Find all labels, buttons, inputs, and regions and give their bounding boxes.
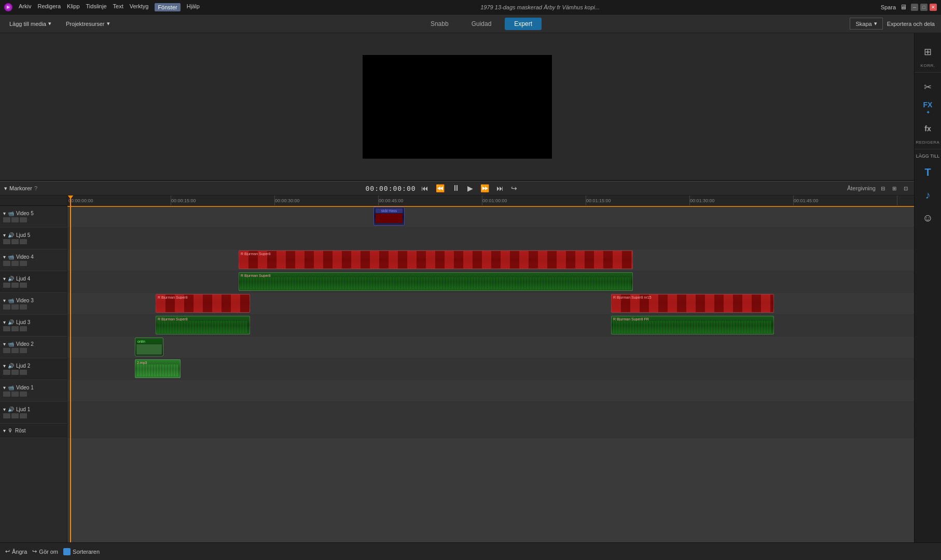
audio3-clip-1[interactable]: R Bjurman Super8 (156, 316, 250, 334)
video3-clip-1[interactable]: R Bjurman Super8 (156, 294, 250, 313)
audio2-clip[interactable]: 2.mp3 (135, 359, 181, 378)
sorteraren-button[interactable]: Sorteraren (63, 548, 100, 555)
video2-track[interactable]: onlin (67, 337, 914, 358)
audtrack3-ctrl1[interactable] (3, 326, 10, 331)
menu-verktyg[interactable]: Verktyg (130, 3, 149, 11)
audtrack4-ctrl3[interactable] (20, 283, 27, 288)
audio2-track[interactable]: 2.mp3 (67, 358, 914, 380)
video1-track[interactable] (67, 380, 914, 402)
video2-clip[interactable]: onlin (135, 338, 163, 356)
audio4-clip-1[interactable]: R Bjurman Super8 (239, 272, 633, 291)
track3-ctrl2[interactable] (11, 304, 19, 310)
audio3-clip-2[interactable]: R Bjurman Super8 FR (611, 316, 774, 334)
track2-ctrl3[interactable] (20, 348, 27, 353)
menu-hjalp[interactable]: Hjälp (187, 3, 200, 11)
edit-effects-button[interactable]: fx (918, 118, 938, 139)
audio3-track[interactable]: R Bjurman Super8 R Bjurman Super8 FR (67, 315, 914, 337)
audio1-track[interactable] (67, 402, 914, 424)
tab-expert[interactable]: Expert (505, 18, 542, 30)
tab-guidad[interactable]: Guidad (462, 18, 501, 30)
audtrack1-ctrl3[interactable] (20, 413, 27, 418)
audtrack1-ctrl2[interactable] (11, 413, 19, 418)
narrator-track[interactable] (67, 424, 914, 438)
audio4-track[interactable]: R Bjurman Super8 (67, 271, 914, 293)
fit-button[interactable]: ⊡ (902, 185, 910, 192)
close-button[interactable]: ✕ (930, 4, 937, 11)
audtrack5-ctrl3[interactable] (20, 239, 27, 244)
help-icon[interactable]: ? (34, 185, 37, 191)
step-forward-button[interactable]: ⏩ (478, 183, 491, 193)
menu-arkiv[interactable]: Arkiv (19, 3, 31, 11)
maximize-button[interactable]: □ (920, 4, 928, 11)
track4-ctrl2[interactable] (11, 261, 19, 266)
expand-icon-v4[interactable]: ▾ (3, 254, 6, 260)
track5-ctrl1[interactable] (3, 217, 10, 222)
track2-ctrl1[interactable] (3, 348, 10, 353)
video3-clip-2[interactable]: R Bjurman Super8 nr15 (611, 294, 774, 313)
expand-icon-a3[interactable]: ▾ (3, 319, 6, 325)
step-back-button[interactable]: ⏪ (434, 183, 447, 193)
menu-tidslinje[interactable]: Tidslinje (86, 3, 107, 11)
loop-button[interactable]: ↪ (509, 183, 519, 193)
undo-button[interactable]: ↩ Ångra (5, 548, 27, 555)
track2-ctrl2[interactable] (11, 348, 19, 353)
add-emoji-button[interactable]: ☺ (919, 208, 937, 227)
audtrack5-ctrl1[interactable] (3, 239, 10, 244)
menu-klipp[interactable]: Klipp (67, 3, 79, 11)
menu-fonster[interactable]: Fönster (155, 3, 180, 11)
edit-scissors-button[interactable]: ✂ (918, 77, 938, 97)
track5-ctrl3[interactable] (20, 217, 27, 222)
track1-ctrl2[interactable] (11, 391, 19, 397)
audio5-track[interactable] (67, 228, 914, 249)
track4-ctrl3[interactable] (20, 261, 27, 266)
go-to-end-button[interactable]: ⏭ (494, 183, 506, 193)
audtrack2-ctrl3[interactable] (20, 370, 27, 375)
video5-track[interactable]: skål Hass (67, 206, 914, 228)
track-timeline[interactable]: 00:00:00:00 00:00:15:00 00:00:30:00 00:0… (67, 195, 914, 542)
audtrack2-ctrl2[interactable] (11, 370, 19, 375)
create-button[interactable]: Skapa ▾ (850, 18, 882, 30)
project-resources-button[interactable]: Projektresurser ▾ (63, 18, 113, 29)
menu-text[interactable]: Text (113, 3, 123, 11)
expand-icon-a5[interactable]: ▾ (3, 232, 6, 238)
zoom-out-button[interactable]: ⊟ (879, 185, 887, 192)
title-clip[interactable]: skål Hass (373, 207, 405, 226)
audtrack5-ctrl2[interactable] (11, 239, 19, 244)
audtrack4-ctrl2[interactable] (11, 283, 19, 288)
track3-ctrl3[interactable] (20, 304, 27, 310)
go-to-start-button[interactable]: ⏮ (419, 183, 431, 193)
export-button[interactable]: Exportera och dela (887, 21, 935, 27)
play-pause-button[interactable]: ⏸ (450, 183, 462, 194)
video4-track[interactable]: R Bjurman Super8 (67, 249, 914, 271)
menu-redigera[interactable]: Redigera (37, 3, 61, 11)
add-media-button[interactable]: Lägg till media ▾ (6, 18, 54, 29)
edit-fx-button[interactable]: FX ✦ (918, 97, 938, 118)
track4-ctrl1[interactable] (3, 261, 10, 266)
audtrack3-ctrl3[interactable] (20, 326, 27, 331)
audtrack3-ctrl2[interactable] (11, 326, 19, 331)
expand-icon[interactable]: ▾ (3, 211, 6, 216)
expand-icon-a1[interactable]: ▾ (3, 407, 6, 412)
minimize-button[interactable]: ─ (911, 4, 918, 11)
expand-icon-v3[interactable]: ▾ (3, 298, 6, 303)
audtrack2-ctrl1[interactable] (3, 370, 10, 375)
tab-snabb[interactable]: Snabb (421, 18, 458, 30)
corrections-button[interactable]: ⊞ (918, 41, 938, 62)
video3-track[interactable]: R Bjurman Super8 R Bjurman Super8 nr15 (67, 293, 914, 315)
redo-button[interactable]: ↪ Gör om (32, 548, 58, 555)
add-text-button[interactable]: T (919, 163, 937, 181)
add-music-button[interactable]: ♪ (919, 186, 937, 204)
expand-icon-a4[interactable]: ▾ (3, 276, 6, 282)
save-button[interactable]: Spara (881, 4, 896, 10)
expand-icon-nar[interactable]: ▾ (3, 428, 6, 433)
play-button[interactable]: ▶ (465, 183, 475, 193)
track5-ctrl2[interactable] (11, 217, 19, 222)
track1-ctrl3[interactable] (20, 391, 27, 397)
video4-clip-1[interactable]: R Bjurman Super8 (239, 250, 633, 269)
expand-icon-a2[interactable]: ▾ (3, 363, 6, 369)
track1-ctrl1[interactable] (3, 391, 10, 397)
audtrack4-ctrl1[interactable] (3, 283, 10, 288)
expand-icon-v1[interactable]: ▾ (3, 385, 6, 390)
zoom-in-button[interactable]: ⊞ (890, 185, 898, 192)
track3-ctrl1[interactable] (3, 304, 10, 310)
